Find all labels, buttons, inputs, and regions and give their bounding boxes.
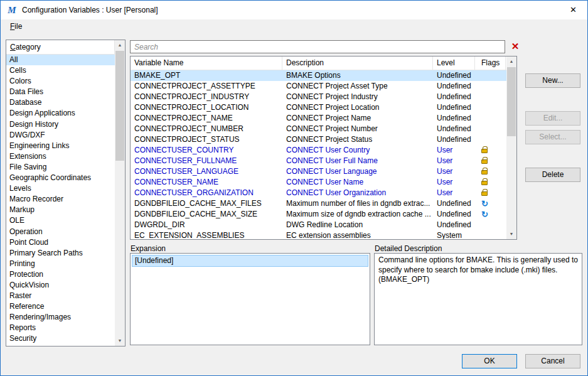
lock-icon: [481, 191, 488, 196]
category-item-geographic-coordinates[interactable]: Geographic Coordinates: [6, 173, 115, 183]
description-cell: CONNECT Project Location: [282, 102, 433, 113]
ok-button[interactable]: OK: [462, 354, 517, 368]
table-body: BMAKE_OPTBMAKE OptionsUndefinedCONNECTPR…: [131, 70, 506, 239]
category-item-levels[interactable]: Levels: [6, 183, 115, 194]
level-cell: Undefined: [433, 92, 475, 102]
menu-file[interactable]: File: [5, 19, 27, 33]
table-row[interactable]: CONNECTUSER_FULLNAMECONNECT User Full Na…: [131, 156, 506, 166]
clear-search-button[interactable]: ✕: [510, 41, 521, 52]
detailed-description-box: Command line options for BMAKE. This is …: [374, 253, 582, 345]
new-button[interactable]: New...: [525, 73, 580, 88]
category-item-database[interactable]: Database: [6, 97, 115, 108]
variable-name-cell: EC_EXTENSION_ASSEMBLIES: [131, 230, 282, 239]
category-scrollbar[interactable]: ▲ ▼: [115, 40, 125, 346]
category-item-design-history[interactable]: Design History: [6, 119, 115, 130]
variable-name-cell: DGNDBFILEIO_CACHE_MAX_FILES: [131, 198, 282, 209]
category-item-reports[interactable]: Reports: [6, 323, 115, 333]
category-item-operation[interactable]: Operation: [6, 227, 115, 237]
category-item-dwg-dxf[interactable]: DWG/DXF: [6, 130, 115, 141]
flags-cell: [475, 230, 506, 239]
table-row[interactable]: BMAKE_OPTBMAKE OptionsUndefined: [131, 70, 506, 81]
table-row[interactable]: DWGRDL_DIRDWG Redline LocationUndefined: [131, 220, 506, 230]
category-item-cells[interactable]: Cells: [6, 65, 115, 76]
column-header-level[interactable]: Level: [433, 56, 475, 70]
select-button[interactable]: Select...: [525, 130, 580, 144]
close-icon: ✕: [570, 5, 577, 14]
category-item-extensions[interactable]: Extensions: [6, 151, 115, 162]
titlebar: M Configuration Variables : User [Person…: [1, 1, 587, 19]
level-cell: System: [433, 230, 475, 239]
delete-button[interactable]: Delete: [525, 168, 580, 182]
category-item-printing[interactable]: Printing: [6, 259, 115, 269]
description-cell: CONNECT User Name: [282, 177, 433, 188]
category-item-ole[interactable]: OLE: [6, 215, 115, 226]
category-item-point-cloud[interactable]: Point Cloud: [6, 237, 115, 248]
table-row[interactable]: CONNECTPROJECT_NAMECONNECT Project NameU…: [131, 113, 506, 124]
variable-name-cell: DGNDBFILEIO_CACHE_MAX_SIZE: [131, 209, 282, 220]
category-item-reference[interactable]: Reference: [6, 301, 115, 312]
table-row[interactable]: CONNECTUSER_LANGUAGECONNECT User Languag…: [131, 166, 506, 177]
level-cell: Undefined: [433, 220, 475, 230]
category-item-raster[interactable]: Raster: [6, 291, 115, 301]
table-row[interactable]: EC_EXTENSION_ASSEMBLIESEC extension asse…: [131, 230, 506, 239]
table-scrollbar[interactable]: ▲ ▼: [506, 56, 516, 239]
table-row[interactable]: CONNECTPROJECT_INDUSTRYCONNECT Project I…: [131, 92, 506, 102]
table-row[interactable]: CONNECTUSER_COUNTRYCONNECT User CountryU…: [131, 145, 506, 156]
category-item-protection[interactable]: Protection: [6, 269, 115, 280]
category-item-primary-search-paths[interactable]: Primary Search Paths: [6, 248, 115, 259]
clear-search-icon: ✕: [511, 41, 520, 51]
edit-button[interactable]: Edit...: [525, 111, 580, 126]
sync-icon: ↻: [481, 209, 488, 220]
level-cell: Undefined: [433, 198, 475, 209]
scroll-up-icon[interactable]: ▲: [115, 40, 125, 50]
category-item-security[interactable]: Security: [6, 333, 115, 344]
expansion-box[interactable]: [Undefined]: [130, 253, 370, 345]
description-cell: CONNECT User Language: [282, 166, 433, 177]
expansion-label: Expansion: [131, 244, 166, 253]
expansion-value[interactable]: [Undefined]: [132, 255, 368, 267]
category-list: AllCellsColorsData FilesDatabaseDesign A…: [6, 55, 115, 346]
flags-cell: ↻: [475, 209, 506, 220]
column-header-description[interactable]: Description: [282, 56, 433, 70]
table-row[interactable]: CONNECTUSER_ORGANIZATIONCONNECT User Org…: [131, 188, 506, 198]
scroll-down-icon[interactable]: ▼: [115, 336, 125, 346]
table-row[interactable]: CONNECTPROJECT_NUMBERCONNECT Project Num…: [131, 124, 506, 134]
description-cell: Maximum number of files in dgndb extrac.…: [282, 198, 433, 209]
table-row[interactable]: DGNDBFILEIO_CACHE_MAX_SIZEMaximum size o…: [131, 209, 506, 220]
category-column-header[interactable]: Category: [6, 40, 115, 55]
table-row[interactable]: CONNECTPROJECT_LOCATIONCONNECT Project L…: [131, 102, 506, 113]
category-item-colors[interactable]: Colors: [6, 76, 115, 87]
variable-name-cell: CONNECTPROJECT_NAME: [131, 113, 282, 124]
flags-cell: [475, 177, 506, 188]
variable-name-cell: CONNECTPROJECT_LOCATION: [131, 102, 282, 113]
variable-name-cell: CONNECTPROJECT_STATUS: [131, 134, 282, 145]
cancel-button[interactable]: Cancel: [525, 354, 580, 368]
category-scrollbar-thumb[interactable]: [115, 51, 124, 161]
category-item-all[interactable]: All: [6, 55, 115, 65]
flags-cell: [475, 220, 506, 230]
category-item-engineering-links[interactable]: Engineering Links: [6, 141, 115, 151]
lock-icon: [481, 159, 488, 164]
category-item-rendering-images[interactable]: Rendering/Images: [6, 312, 115, 323]
variable-name-cell: CONNECTPROJECT_ASSETTYPE: [131, 81, 282, 92]
category-item-file-saving[interactable]: File Saving: [6, 162, 115, 173]
close-button[interactable]: ✕: [559, 1, 587, 19]
column-header-flags[interactable]: Flags: [475, 56, 506, 70]
category-item-data-files[interactable]: Data Files: [6, 87, 115, 97]
scroll-down-icon[interactable]: ▼: [506, 229, 516, 239]
column-header-variable-name[interactable]: Variable Name: [131, 56, 282, 70]
category-item-macro-recorder[interactable]: Macro Recorder: [6, 194, 115, 205]
category-item-markup[interactable]: Markup: [6, 205, 115, 215]
description-cell: CONNECT Project Asset Type: [282, 81, 433, 92]
category-item-quickvision[interactable]: QuickVision: [6, 280, 115, 291]
variable-name-cell: CONNECTUSER_ORGANIZATION: [131, 188, 282, 198]
search-input[interactable]: [130, 40, 505, 53]
table-row[interactable]: DGNDBFILEIO_CACHE_MAX_FILESMaximum numbe…: [131, 198, 506, 209]
scroll-up-icon[interactable]: ▲: [506, 56, 516, 67]
description-cell: DWG Redline Location: [282, 220, 433, 230]
table-row[interactable]: CONNECTUSER_NAMECONNECT User NameUser: [131, 177, 506, 188]
table-row[interactable]: CONNECTPROJECT_STATUSCONNECT Project Sta…: [131, 134, 506, 145]
category-item-design-applications[interactable]: Design Applications: [6, 108, 115, 119]
table-row[interactable]: CONNECTPROJECT_ASSETTYPECONNECT Project …: [131, 81, 506, 92]
table-scrollbar-thumb[interactable]: [507, 67, 516, 136]
